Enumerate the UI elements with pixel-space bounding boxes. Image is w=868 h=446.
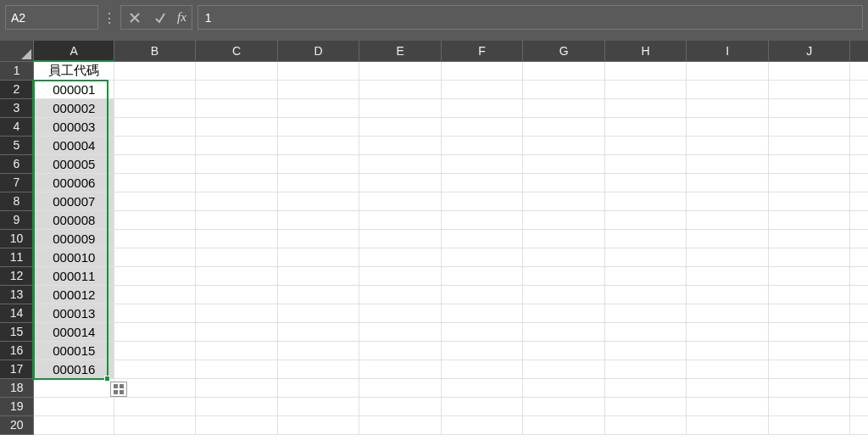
cell-G14[interactable] [523, 304, 605, 322]
row-header-14[interactable]: 14 [0, 304, 34, 322]
cell-A6[interactable]: 000005 [34, 154, 114, 173]
cell-H2[interactable] [604, 80, 687, 98]
cell-D13[interactable] [277, 285, 359, 304]
cell-E2[interactable] [359, 80, 442, 98]
row-header-6[interactable]: 6 [0, 154, 34, 173]
cell-D14[interactable] [277, 304, 359, 322]
cell-E11[interactable] [359, 248, 442, 266]
cell-J11[interactable] [768, 248, 850, 266]
column-header-C[interactable]: C [196, 41, 278, 61]
cell-B9[interactable] [114, 210, 196, 229]
column-header-K[interactable]: K [850, 41, 868, 61]
cell-C8[interactable] [196, 192, 278, 210]
cell-C20[interactable] [196, 415, 278, 434]
cell-A19[interactable] [34, 397, 114, 415]
cell-E17[interactable] [359, 360, 442, 378]
cell-F9[interactable] [441, 210, 523, 229]
row-header-2[interactable]: 2 [0, 80, 34, 98]
row-header-16[interactable]: 16 [0, 341, 34, 360]
cell-G10[interactable] [523, 229, 605, 248]
column-header-J[interactable]: J [768, 41, 850, 61]
column-header-H[interactable]: H [604, 41, 687, 61]
cell-J7[interactable] [768, 173, 850, 192]
column-header-G[interactable]: G [523, 41, 605, 61]
cell-C6[interactable] [196, 154, 278, 173]
cell-B7[interactable] [114, 173, 196, 192]
cell-J18[interactable] [768, 378, 850, 397]
cell-C17[interactable] [196, 360, 278, 378]
cell-H19[interactable] [604, 397, 687, 415]
cell-A11[interactable]: 000010 [34, 248, 114, 266]
row-header-7[interactable]: 7 [0, 173, 34, 192]
cell-H8[interactable] [604, 192, 687, 210]
cell-A8[interactable]: 000007 [34, 192, 114, 210]
cell-H18[interactable] [604, 378, 687, 397]
cell-J8[interactable] [768, 192, 850, 210]
cell-A2[interactable]: 000001 [34, 80, 114, 98]
cell-D12[interactable] [277, 266, 359, 285]
cell-E19[interactable] [359, 397, 442, 415]
cell-D4[interactable] [277, 117, 359, 136]
cell-I6[interactable] [687, 154, 769, 173]
cell-F14[interactable] [441, 304, 523, 322]
cell-I8[interactable] [687, 192, 769, 210]
cell-C7[interactable] [196, 173, 278, 192]
autofill-options-button[interactable] [110, 382, 127, 397]
cell-E12[interactable] [359, 266, 442, 285]
cell-I12[interactable] [687, 266, 769, 285]
row-header-18[interactable]: 18 [0, 378, 34, 397]
row-header-1[interactable]: 1 [0, 61, 34, 80]
cell-B17[interactable] [114, 360, 196, 378]
cell-K13[interactable] [850, 285, 868, 304]
cell-E1[interactable] [359, 61, 442, 80]
row-header-15[interactable]: 15 [0, 322, 34, 341]
cell-A1[interactable]: 員工代碼 [34, 61, 114, 80]
cell-F2[interactable] [441, 80, 523, 98]
cell-K18[interactable] [850, 378, 868, 397]
cell-H15[interactable] [604, 322, 687, 341]
cell-F1[interactable] [441, 61, 523, 80]
cell-C18[interactable] [196, 378, 278, 397]
cell-K6[interactable] [850, 154, 868, 173]
cell-B20[interactable] [114, 415, 196, 434]
cell-A18[interactable] [34, 378, 114, 397]
cell-J13[interactable] [768, 285, 850, 304]
cell-E20[interactable] [359, 415, 442, 434]
cell-H5[interactable] [604, 136, 687, 154]
cell-I1[interactable] [687, 61, 769, 80]
cell-F4[interactable] [441, 117, 523, 136]
cell-K16[interactable] [850, 341, 868, 360]
cell-J16[interactable] [768, 341, 850, 360]
cell-J4[interactable] [768, 117, 850, 136]
cell-G8[interactable] [523, 192, 605, 210]
cell-E9[interactable] [359, 210, 442, 229]
cell-I7[interactable] [687, 173, 769, 192]
row-header-3[interactable]: 3 [0, 98, 34, 117]
cell-A5[interactable]: 000004 [34, 136, 114, 154]
cell-D17[interactable] [277, 360, 359, 378]
cell-G20[interactable] [523, 415, 605, 434]
cell-F17[interactable] [441, 360, 523, 378]
cell-C3[interactable] [196, 98, 278, 117]
cell-D16[interactable] [277, 341, 359, 360]
cell-I5[interactable] [687, 136, 769, 154]
cell-A17[interactable]: 000016 [34, 360, 114, 378]
cell-G2[interactable] [523, 80, 605, 98]
cell-D20[interactable] [277, 415, 359, 434]
cell-D10[interactable] [277, 229, 359, 248]
cell-D7[interactable] [277, 173, 359, 192]
cell-A9[interactable]: 000008 [34, 210, 114, 229]
cell-J2[interactable] [768, 80, 850, 98]
cell-J6[interactable] [768, 154, 850, 173]
cell-J19[interactable] [768, 397, 850, 415]
row-header-17[interactable]: 17 [0, 360, 34, 378]
cell-A10[interactable]: 000009 [34, 229, 114, 248]
cell-D5[interactable] [277, 136, 359, 154]
column-header-D[interactable]: D [277, 41, 359, 61]
cell-G16[interactable] [523, 341, 605, 360]
formula-input[interactable] [198, 5, 863, 30]
cell-H3[interactable] [604, 98, 687, 117]
column-header-B[interactable]: B [114, 41, 196, 61]
cell-H1[interactable] [604, 61, 687, 80]
row-header-11[interactable]: 11 [0, 248, 34, 266]
